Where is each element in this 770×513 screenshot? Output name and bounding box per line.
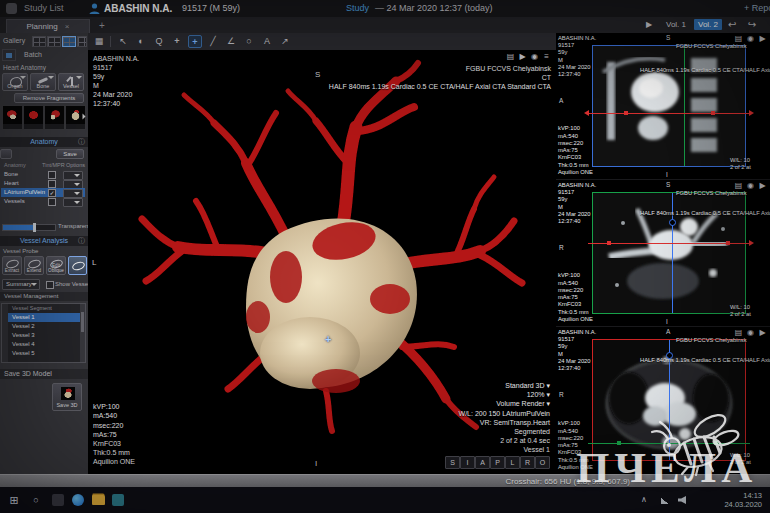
pointer-icon[interactable]: ↖ (116, 35, 130, 48)
anatomy-save-button[interactable]: Save (56, 149, 84, 159)
layout-icon[interactable]: ▦ (92, 35, 106, 48)
snapshot-icon[interactable]: ◉ (745, 34, 756, 44)
bone-tool-button[interactable]: Bone (30, 73, 56, 91)
vol2-button[interactable]: Vol. 2 (694, 19, 722, 30)
anatomy-row-latriumpulvein[interactable]: LAtriumPulVein ✓ (1, 188, 85, 197)
anatomy-row-heart[interactable]: Heart (1, 179, 85, 188)
line-tool-icon[interactable]: ╱ (206, 35, 220, 48)
study-list-button[interactable]: Study List (24, 0, 64, 17)
segment-row-vessel5[interactable]: Vessel 5 (8, 349, 84, 358)
probe-sculpt-button[interactable] (68, 256, 87, 275)
study-link[interactable]: Study (346, 0, 369, 17)
tray-expand-icon[interactable]: ∧ (636, 492, 652, 508)
window-level-icon[interactable]: ◐ (134, 35, 148, 48)
viewer-app-icon[interactable] (112, 494, 124, 506)
segment-row-vessel3[interactable]: Vessel 3 (8, 331, 84, 340)
layout-option-4[interactable] (77, 36, 87, 47)
probe-extract-button[interactable]: Extract (2, 256, 22, 275)
segment-row-vessel1[interactable]: Vessel 1 (8, 313, 84, 322)
tab-planning[interactable]: Planning × (6, 19, 90, 33)
slider-handle[interactable] (33, 223, 36, 232)
row-checkbox[interactable] (48, 180, 56, 188)
export-image-icon[interactable]: ▤ (733, 181, 744, 191)
layout-option-3[interactable] (62, 36, 76, 47)
row-checkbox[interactable] (48, 171, 56, 179)
probe-extend-button[interactable]: Extend (24, 256, 44, 275)
remove-fragments-button[interactable]: Remove Fragments (14, 93, 84, 103)
reference-line-horizontal[interactable] (588, 113, 750, 114)
row-checkbox[interactable]: ✓ (48, 189, 56, 197)
taskbar-clock[interactable]: 14:13 24.03.2020 (724, 491, 762, 510)
new-tab-button[interactable]: + (96, 20, 108, 32)
start-button[interactable]: ⊞ (6, 492, 22, 508)
angle-tool-icon[interactable]: ∠ (224, 35, 238, 48)
segment-row-vessel2[interactable]: Vessel 2 (8, 322, 84, 331)
tray-network-icon[interactable] (661, 496, 670, 504)
text-tool-icon[interactable]: A (260, 35, 274, 48)
orient-p-button[interactable]: P (490, 456, 505, 469)
tab-close-icon[interactable]: × (65, 22, 70, 31)
mpr-view-sagittal[interactable]: ABASHIN N.A.9151759yM24 Mar 202012:37:40… (556, 33, 770, 180)
crosshair-icon[interactable]: + (188, 35, 202, 48)
organ-dropdown-icon[interactable] (20, 76, 26, 79)
snapshot-icon[interactable]: ◉ (745, 328, 756, 338)
vol1-button[interactable]: Vol. 1 (662, 19, 690, 30)
orient-o-button[interactable]: O (535, 456, 550, 469)
zoom-icon[interactable]: Q (152, 35, 166, 48)
bone-dropdown-icon[interactable] (48, 76, 54, 79)
undo-icon[interactable]: ↩ (728, 19, 736, 30)
anatomy-row-vessels[interactable]: Vessels (1, 197, 85, 206)
export-image-icon[interactable]: ▤ (505, 52, 516, 62)
row-checkbox[interactable] (48, 198, 56, 206)
scrollbar-thumb[interactable] (81, 312, 84, 332)
vessel-dropdown-icon[interactable] (76, 76, 82, 79)
arrow-tool-icon[interactable]: ↗ (278, 35, 292, 48)
export-image-icon[interactable]: ▤ (733, 328, 744, 338)
transparency-slider[interactable] (2, 224, 56, 231)
probe-edit-oblique-button[interactable]: Edit Oblique (46, 256, 66, 275)
summary-dropdown[interactable]: Summary (2, 279, 40, 290)
row-options-dropdown[interactable] (63, 198, 83, 207)
redo-icon[interactable]: ↪ (748, 19, 756, 30)
cine-play-icon[interactable]: ▶ (517, 52, 528, 62)
layout-option-2[interactable] (47, 36, 61, 47)
orient-l-button[interactable]: L (505, 456, 520, 469)
thumbnail-scroll-icon[interactable] (83, 114, 86, 120)
info-icon[interactable]: ⓘ (78, 236, 85, 246)
show-vessel-checkbox[interactable] (46, 281, 54, 289)
orient-s-button[interactable]: S (445, 456, 460, 469)
render-type-dropdown[interactable]: Volume Render ▾ (459, 399, 550, 408)
anatomy-stub-button[interactable] (0, 149, 12, 159)
tab-batch[interactable]: Batch (18, 49, 48, 61)
vessel-tool-button[interactable]: Vessel (58, 73, 84, 91)
sagittal-image[interactable] (592, 45, 746, 167)
orient-i-button[interactable]: I (460, 456, 475, 469)
save-3d-button[interactable]: Save 3D (52, 383, 82, 411)
segment-scrollbar[interactable] (80, 304, 85, 362)
cine-play-icon[interactable]: ▶ (757, 34, 768, 44)
tray-volume-icon[interactable] (678, 496, 686, 504)
report-link[interactable]: + Report (744, 0, 770, 17)
reference-line-vertical[interactable] (684, 46, 685, 166)
app-icon-dark[interactable] (52, 494, 64, 506)
gallery-thumbnail[interactable] (23, 105, 44, 130)
segment-row-vessel4[interactable]: Vessel 4 (8, 340, 84, 349)
info-icon[interactable]: ⓘ (78, 137, 85, 147)
orient-r-button[interactable]: R (520, 456, 535, 469)
pan-icon[interactable]: + (170, 35, 184, 48)
reference-line-horizontal[interactable] (588, 243, 750, 244)
export-image-icon[interactable]: ▤ (733, 34, 744, 44)
viewport-3d[interactable]: ABASHIN N.A.9151759yM24 Mar 202012:37:40… (88, 50, 556, 474)
mpr-view-oblique[interactable]: ABASHIN N.A.9151759yM24 Mar 202012:37:40… (556, 180, 770, 327)
browser-icon[interactable] (72, 494, 84, 506)
crosshair-marker[interactable]: + (325, 333, 331, 345)
menu-icon[interactable]: ≡ (541, 52, 552, 62)
orient-a-button[interactable]: A (475, 456, 490, 469)
layout-option-1[interactable] (32, 36, 46, 47)
render-mode-dropdown[interactable]: Standard 3D ▾ (459, 381, 550, 390)
ellipse-tool-icon[interactable]: ○ (242, 35, 256, 48)
search-icon[interactable]: ○ (28, 492, 44, 508)
cine-play-icon[interactable]: ▶ (757, 181, 768, 191)
cine-play-icon[interactable]: ▶ (757, 328, 768, 338)
tab-gallery-mini[interactable] (2, 49, 16, 61)
